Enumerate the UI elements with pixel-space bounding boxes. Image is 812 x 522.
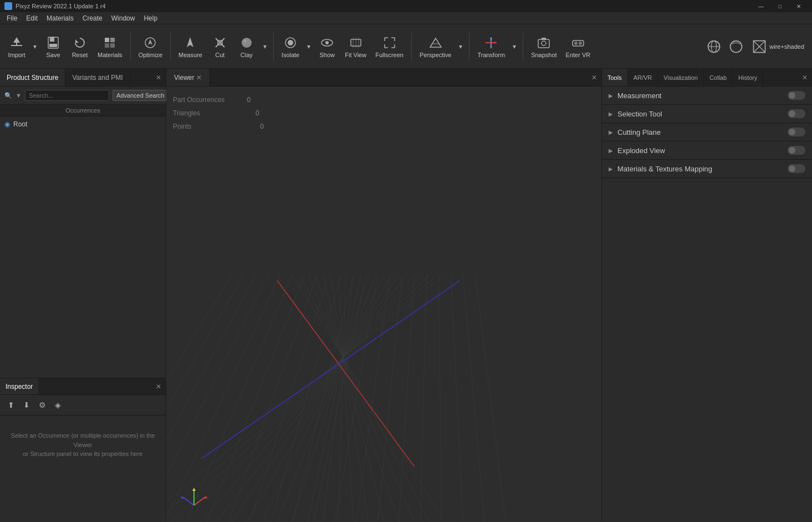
transform-button[interactable]: Transform (474, 28, 508, 65)
inspector-toolbar: ⬆ ⬇ ⚙ ◈ (0, 395, 166, 415)
perspective-button[interactable]: Perspective (416, 28, 454, 65)
clay-button[interactable]: Clay (234, 28, 259, 65)
inspector-close[interactable]: ✕ (151, 381, 166, 393)
show-button[interactable]: Show (315, 28, 339, 65)
maximize-button[interactable]: □ (771, 0, 789, 12)
cutting-plane-toggle[interactable] (788, 128, 805, 136)
advanced-search-button[interactable]: Advanced Search (113, 90, 168, 101)
materials-button[interactable]: Materials (94, 28, 126, 65)
isolate-dropdown[interactable]: ▾ (305, 28, 313, 65)
menu-edit[interactable]: Edit (22, 13, 42, 23)
measurement-toggle[interactable] (788, 91, 805, 100)
tab-variants-pmi[interactable]: Variants and PMI (65, 69, 130, 86)
snapshot-button[interactable]: Snapshot (528, 28, 560, 65)
svg-marker-1 (13, 37, 20, 43)
menu-file[interactable]: File (2, 13, 22, 23)
tab-history[interactable]: History (733, 69, 763, 86)
viewer-close-all[interactable]: ✕ (587, 72, 601, 84)
isolate-button[interactable]: Isolate (278, 28, 303, 65)
import-dropdown[interactable]: ▾ (31, 28, 39, 65)
tool-materials-textures[interactable]: ▶ Materials & Textures Mapping (602, 160, 812, 178)
tool-measurement[interactable]: ▶ Measurement (602, 87, 812, 105)
tree-item-root[interactable]: ◉ Root (0, 119, 166, 130)
svg-point-19 (325, 41, 329, 44)
filter-icon[interactable]: ▼ (16, 92, 22, 99)
measure-icon (182, 35, 198, 50)
perspective-dropdown[interactable]: ▾ (457, 28, 464, 65)
search-icon: 🔍 (4, 92, 12, 99)
svg-point-33 (574, 42, 578, 45)
transform-dropdown[interactable]: ▾ (510, 28, 518, 65)
inspector-content: Select an Occurrence (or multiple occurr… (0, 415, 166, 522)
measure-button[interactable]: Measure (175, 28, 206, 65)
svg-point-15 (243, 39, 247, 43)
svg-marker-6 (75, 39, 79, 43)
close-button[interactable]: ✕ (790, 0, 808, 12)
svg-rect-5 (49, 44, 57, 47)
tab-viewer[interactable]: Viewer ✕ (166, 69, 210, 86)
svg-marker-28 (494, 42, 497, 44)
tool-cutting-plane[interactable]: ▶ Cutting Plane (602, 123, 812, 141)
import-icon (9, 35, 24, 50)
svg-marker-27 (490, 37, 492, 39)
menu-materials[interactable]: Materials (42, 13, 78, 23)
import-button[interactable]: Import (4, 28, 29, 65)
wireshaded-button[interactable]: wire+shaded (748, 37, 808, 57)
tab-tools[interactable]: Tools (602, 69, 628, 86)
optimize-button[interactable]: Optimize (135, 28, 166, 65)
tab-inspector[interactable]: Inspector (0, 378, 38, 394)
tab-product-structure[interactable]: Product Structure (0, 69, 65, 86)
show-icon (319, 35, 335, 50)
inspector-tabs: Inspector ✕ (0, 378, 166, 395)
fitview-icon (348, 35, 364, 50)
toolbar: Import ▾ Save Reset Materials (0, 24, 812, 69)
search-input[interactable] (25, 90, 109, 101)
viewer-tab-close[interactable]: ✕ (196, 74, 202, 82)
toolbar-separator-3 (273, 33, 274, 60)
menu-create[interactable]: Create (78, 13, 107, 23)
app-title: Pixyz Review 2022.1 Update 1 r4 (16, 3, 106, 9)
svg-point-30 (542, 41, 546, 45)
save-button[interactable]: Save (41, 28, 65, 65)
inspector-add-child[interactable]: ⬆ (4, 398, 18, 412)
svg-rect-8 (110, 38, 115, 42)
globe2-button[interactable] (726, 37, 746, 57)
cut-button[interactable]: Cut (208, 28, 232, 65)
reset-button[interactable]: Reset (68, 28, 92, 65)
right-panel-close[interactable]: ✕ (798, 72, 812, 84)
transform-icon (483, 35, 499, 50)
fitview-button[interactable]: Fit View (341, 28, 370, 65)
optimize-icon (142, 35, 158, 50)
inspector-shape[interactable]: ◈ (51, 398, 64, 412)
selection-toggle[interactable] (788, 109, 805, 118)
tool-selection[interactable]: ▶ Selection Tool (602, 105, 812, 123)
menu-help[interactable]: Help (139, 13, 162, 23)
product-panel-close[interactable]: ✕ (151, 72, 166, 84)
viewer-tabs: Viewer ✕ ✕ (166, 69, 601, 87)
menubar: File Edit Materials Create Window Help (0, 12, 812, 24)
svg-rect-31 (542, 38, 546, 40)
grid-canvas (166, 87, 601, 522)
tab-visualization[interactable]: Visualization (658, 69, 704, 86)
viewer-3d[interactable]: Part Occurrences 0 Triangles 0 Points 0 (166, 87, 601, 522)
fullscreen-button[interactable]: Fullscreen (372, 28, 407, 65)
tool-exploded-view[interactable]: ▶ Exploded View (602, 141, 812, 160)
inspector-add-sibling[interactable]: ⬇ (20, 398, 33, 412)
fullscreen-icon (382, 35, 397, 50)
reset-icon (72, 35, 88, 50)
viewer-panel: Viewer ✕ ✕ Part Occurrences 0 Triangles … (166, 69, 601, 522)
globe1-button[interactable] (704, 37, 724, 57)
materials-textures-chevron: ▶ (609, 166, 613, 172)
tab-ar-vr[interactable]: AR/VR (628, 69, 658, 86)
entervr-button[interactable]: Enter VR (563, 28, 594, 65)
tab-collab[interactable]: Collab (704, 69, 733, 86)
inspector-settings[interactable]: ⚙ (35, 398, 49, 412)
menu-window[interactable]: Window (107, 13, 140, 23)
materials-textures-toggle[interactable] (788, 164, 805, 173)
minimize-button[interactable]: — (752, 0, 770, 12)
clay-dropdown[interactable]: ▾ (261, 28, 269, 65)
exploded-view-toggle[interactable] (788, 146, 805, 155)
exploded-view-chevron: ▶ (609, 148, 613, 154)
globe1-icon (706, 39, 722, 54)
tree-area: ◉ Root (0, 116, 166, 378)
